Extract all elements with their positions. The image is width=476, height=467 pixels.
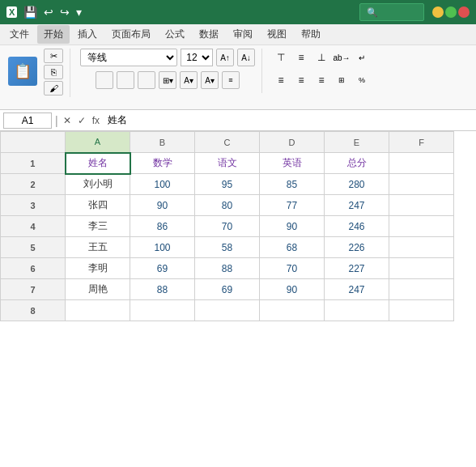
cell-6-4[interactable]: 70 <box>260 258 325 279</box>
cell-4-2[interactable]: 86 <box>130 216 195 237</box>
cell-5-4[interactable]: 68 <box>260 237 325 258</box>
cell-1-6[interactable] <box>389 153 454 174</box>
format-painter-button[interactable]: 🖌 <box>44 81 63 96</box>
menu-data[interactable]: 数据 <box>193 25 225 44</box>
wrap-text-button[interactable]: ≡ <box>222 71 240 89</box>
cell-7-3[interactable]: 69 <box>195 279 260 300</box>
cell-5-2[interactable]: 100 <box>130 237 195 258</box>
minimize-button[interactable] <box>432 6 444 18</box>
cell-7-6[interactable] <box>389 279 454 300</box>
formula-input[interactable] <box>104 113 473 129</box>
menu-review[interactable]: 审阅 <box>227 25 259 44</box>
cell-4-3[interactable]: 70 <box>195 216 260 237</box>
font-color-button[interactable]: A▾ <box>201 71 219 89</box>
cell-3-3[interactable]: 80 <box>195 195 260 216</box>
decrease-font-button[interactable]: A↓ <box>237 49 255 66</box>
cell-7-4[interactable]: 90 <box>260 279 325 300</box>
cell-8-4[interactable] <box>260 300 325 321</box>
col-header-d[interactable]: D <box>260 132 325 153</box>
menu-home[interactable]: 开始 <box>37 25 70 44</box>
menu-layout[interactable]: 页面布局 <box>105 25 157 44</box>
cell-4-5[interactable]: 246 <box>325 216 389 237</box>
more-icon[interactable]: ▾ <box>74 6 83 19</box>
cell-4-6[interactable] <box>389 216 454 237</box>
copy-button[interactable]: ⎘ <box>44 65 63 79</box>
number-format-button[interactable]: % <box>353 71 371 89</box>
cut-button[interactable]: ✂ <box>44 49 63 63</box>
menu-help[interactable]: 帮助 <box>295 25 327 44</box>
paste-button[interactable]: 📋 <box>5 55 40 89</box>
cell-3-4[interactable]: 77 <box>260 195 325 216</box>
maximize-button[interactable] <box>445 6 457 18</box>
cell-5-6[interactable] <box>389 237 454 258</box>
cell-2-6[interactable] <box>389 174 454 195</box>
cell-4-4[interactable]: 90 <box>260 216 325 237</box>
cell-1-4[interactable]: 英语 <box>260 153 325 174</box>
cell-7-2[interactable]: 88 <box>130 279 195 300</box>
align-top-button[interactable]: ⊤ <box>272 49 290 66</box>
confirm-formula-icon[interactable]: ✓ <box>76 115 87 126</box>
cell-5-3[interactable]: 58 <box>195 237 260 258</box>
menu-view[interactable]: 视图 <box>261 25 293 44</box>
cell-2-2[interactable]: 100 <box>130 174 195 195</box>
align-bottom-button[interactable]: ⊥ <box>312 49 330 66</box>
increase-font-button[interactable]: A↑ <box>216 49 234 66</box>
close-button[interactable] <box>458 6 470 18</box>
cell-reference-input[interactable] <box>3 113 52 129</box>
save-icon[interactable]: 💾 <box>22 6 39 19</box>
cell-8-6[interactable] <box>389 300 454 321</box>
cell-8-2[interactable] <box>130 300 195 321</box>
search-box[interactable]: 🔍 <box>359 3 424 21</box>
cell-6-2[interactable]: 69 <box>130 258 195 279</box>
cell-1-5[interactable]: 总分 <box>325 153 389 174</box>
cell-3-2[interactable]: 90 <box>130 195 195 216</box>
cell-1-1[interactable]: 姓名 <box>66 153 130 174</box>
cell-5-5[interactable]: 226 <box>325 237 389 258</box>
cell-8-5[interactable] <box>325 300 389 321</box>
menu-file[interactable]: 文件 <box>3 25 36 44</box>
indent-button[interactable]: ↵ <box>353 49 371 66</box>
cell-6-1[interactable]: 李明 <box>66 258 130 279</box>
border-button[interactable]: ⊞▾ <box>159 71 176 89</box>
cell-2-5[interactable]: 280 <box>325 174 389 195</box>
cell-1-2[interactable]: 数学 <box>130 153 195 174</box>
cell-4-1[interactable]: 李三 <box>66 216 130 237</box>
italic-button[interactable] <box>117 71 134 89</box>
cell-3-5[interactable]: 247 <box>325 195 389 216</box>
menu-insert[interactable]: 插入 <box>71 25 104 44</box>
cell-1-3[interactable]: 语文 <box>195 153 260 174</box>
cancel-formula-icon[interactable]: ✕ <box>62 115 73 126</box>
underline-button[interactable] <box>138 71 155 89</box>
cell-2-3[interactable]: 95 <box>195 174 260 195</box>
cell-6-5[interactable]: 227 <box>325 258 389 279</box>
text-direction-button[interactable]: ab→ <box>333 49 351 66</box>
col-header-c[interactable]: C <box>195 132 260 153</box>
cell-5-1[interactable]: 王五 <box>66 237 130 258</box>
align-center-button[interactable]: ≡ <box>292 71 310 89</box>
bold-button[interactable] <box>96 71 113 89</box>
undo-icon[interactable]: ↩ <box>42 6 55 19</box>
cell-7-1[interactable]: 周艳 <box>66 279 130 300</box>
cell-2-1[interactable]: 刘小明 <box>66 174 130 195</box>
redo-icon[interactable]: ↪ <box>58 6 71 19</box>
font-name-select[interactable]: 等线 <box>80 49 177 66</box>
menu-formula[interactable]: 公式 <box>159 25 191 44</box>
cell-3-6[interactable] <box>389 195 454 216</box>
insert-function-icon[interactable]: fx <box>91 115 101 126</box>
cell-3-1[interactable]: 张四 <box>66 195 130 216</box>
cell-2-4[interactable]: 85 <box>260 174 325 195</box>
cell-6-6[interactable] <box>389 258 454 279</box>
cell-7-5[interactable]: 247 <box>325 279 389 300</box>
cell-8-3[interactable] <box>195 300 260 321</box>
merge-center-button[interactable]: ⊞ <box>333 71 351 89</box>
align-middle-button[interactable]: ≡ <box>292 49 310 66</box>
font-size-select[interactable]: 12 <box>181 49 213 66</box>
col-header-b[interactable]: B <box>130 132 195 153</box>
col-header-a[interactable]: A <box>66 132 130 153</box>
align-left-button[interactable]: ≡ <box>272 71 290 89</box>
spreadsheet-container[interactable]: A B C D E F 1姓名数学语文英语总分2刘小明10095852803张四… <box>0 131 476 467</box>
col-header-f[interactable]: F <box>389 132 454 153</box>
col-header-e[interactable]: E <box>325 132 389 153</box>
cell-8-1[interactable] <box>66 300 130 321</box>
align-right-button[interactable]: ≡ <box>312 71 330 89</box>
